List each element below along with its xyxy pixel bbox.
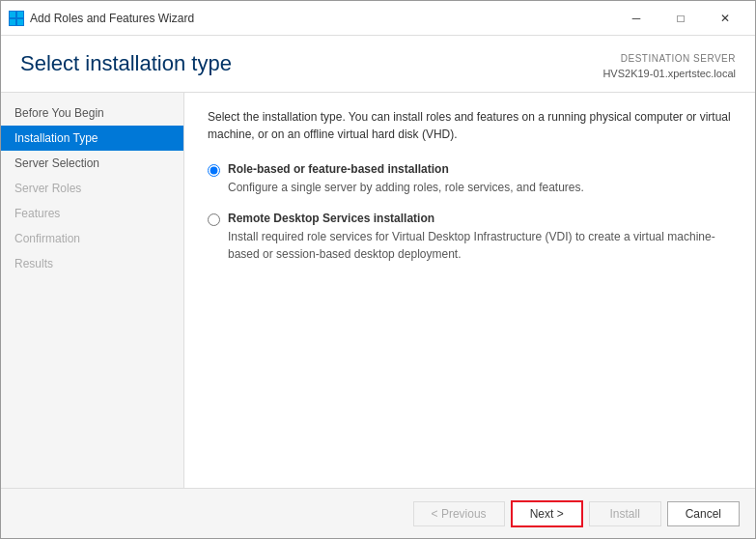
cancel-button[interactable]: Cancel [667,501,740,526]
window: Add Roles and Features Wizard ─ □ ✕ Sele… [0,0,756,539]
svg-rect-3 [17,19,23,25]
minimize-button[interactable]: ─ [614,5,658,32]
window-title: Add Roles and Features Wizard [30,12,614,25]
intro-text: Select the installation type. You can in… [208,108,732,143]
install-button[interactable]: Install [589,501,661,526]
destination-server-info: DESTINATION SERVER HVS2K19-01.xpertstec.… [602,51,736,82]
option-remote-desktop: Remote Desktop Services installation Ins… [208,212,732,263]
sidebar-item-confirmation: Confirmation [1,226,183,251]
option-role-based: Role-based or feature-based installation… [208,162,732,196]
remote-desktop-title: Remote Desktop Services installation [228,212,732,225]
content-area: Before You Begin Installation Type Serve… [1,93,755,489]
svg-rect-1 [17,12,23,17]
svg-rect-2 [10,19,15,25]
sidebar-item-features: Features [1,201,183,226]
maximize-button[interactable]: □ [658,5,703,32]
svg-rect-0 [10,12,15,17]
installation-type-options: Role-based or feature-based installation… [208,162,732,263]
page-title: Select installation type [20,51,232,76]
sidebar-item-before-you-begin[interactable]: Before You Begin [1,100,183,126]
role-based-title: Role-based or feature-based installation [228,162,584,176]
header: Select installation type DESTINATION SER… [1,36,755,93]
sidebar: Before You Begin Installation Type Serve… [1,93,184,489]
window-controls: ─ □ ✕ [614,5,747,32]
destination-label: DESTINATION SERVER [602,51,736,66]
previous-button[interactable]: < Previous [413,501,505,526]
destination-name: HVS2K19-01.xpertstec.local [602,66,736,82]
app-icon [9,11,24,26]
next-button[interactable]: Next > [511,500,583,527]
sidebar-item-installation-type[interactable]: Installation Type [1,126,183,151]
role-based-desc: Configure a single server by adding role… [228,179,584,196]
radio-role-based[interactable] [208,164,220,177]
sidebar-item-server-roles: Server Roles [1,176,183,201]
remote-desktop-desc: Install required role services for Virtu… [228,228,732,263]
radio-remote-desktop[interactable] [208,213,220,226]
close-button[interactable]: ✕ [703,5,747,32]
sidebar-item-results: Results [1,251,183,276]
main-content: Select the installation type. You can in… [184,93,755,489]
footer: < Previous Next > Install Cancel [1,488,755,538]
title-bar: Add Roles and Features Wizard ─ □ ✕ [1,1,755,36]
sidebar-item-server-selection[interactable]: Server Selection [1,151,183,176]
